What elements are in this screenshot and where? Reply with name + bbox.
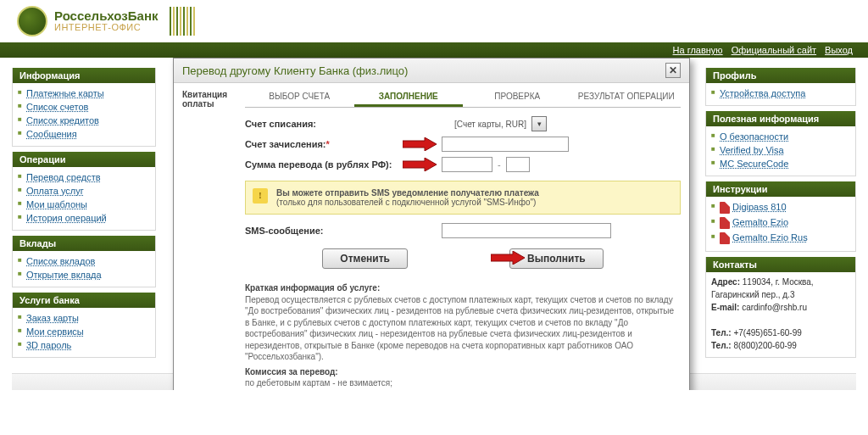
sms-notice-bold: Вы можете отправить SMS уведомление полу… (276, 188, 671, 198)
page-body: Информация Платежные карты Список счетов… (0, 58, 868, 373)
nav-exit[interactable]: Выход (825, 45, 853, 55)
sidebar-item-vbv[interactable]: Verified by Visa (720, 145, 784, 155)
svg-marker-1 (403, 158, 437, 171)
tel2-value: 8(800)200-60-99 (733, 341, 797, 350)
sidebar-item-mcsc[interactable]: MC SecureCode (720, 159, 788, 169)
close-icon: ✕ (669, 65, 677, 75)
nav-home[interactable]: На главную (673, 45, 723, 55)
right-hdr-useful: Полезная информация (706, 111, 855, 126)
info-title: Краткая информация об услуге: (245, 282, 681, 294)
sidebar-item-history[interactable]: История операций (26, 213, 107, 223)
svg-marker-2 (491, 251, 525, 265)
annotation-arrow-icon (491, 251, 525, 266)
sidebar-item-pay[interactable]: Оплата услуг (26, 186, 84, 196)
right-hdr-profile: Профиль (706, 68, 855, 83)
cancel-button[interactable]: Отменить (322, 248, 408, 269)
svg-marker-0 (403, 137, 437, 151)
sidebar-item-digipass[interactable]: Digipass 810 (732, 202, 787, 212)
annotation-arrow-icon (403, 137, 437, 151)
debit-account-value: [Счет карты, RUR] (442, 120, 526, 129)
dialog-titlebar: Перевод другому Клиенту Банка (физ.лицо)… (174, 59, 689, 83)
annotation-arrow-icon (403, 158, 437, 171)
transfer-dialog: Перевод другому Клиенту Банка (физ.лицо)… (173, 58, 690, 390)
debit-account-label: Счет списания: (245, 119, 398, 129)
sidebar-item-gemalto[interactable]: Gemalto Ezio (732, 217, 788, 227)
sms-message-label: SMS-сообщение: (245, 226, 398, 236)
tab-result[interactable]: РЕЗУЛЬТАТ ОПЕРАЦИИ (572, 88, 682, 107)
right-hdr-contacts: Контакты (706, 257, 855, 272)
sms-notice-sub: (только для пользователей с подключенной… (276, 198, 536, 207)
close-button[interactable]: ✕ (665, 63, 681, 78)
credit-account-label: Счет зачисления:* (245, 139, 398, 149)
top-nav: На главную Официальный сайт Выход (0, 42, 868, 58)
fee-credit: по кредитным картам - в соответствии с т… (245, 389, 681, 391)
left-sidebar: Информация Платежные карты Список счетов… (12, 68, 156, 363)
sidebar-item-cards[interactable]: Платежные карты (26, 88, 104, 98)
email-value: cardinfo@rshb.ru (742, 303, 807, 312)
sidebar-item-accounts[interactable]: Список счетов (26, 102, 88, 112)
credit-account-input[interactable] (442, 137, 569, 152)
tel-label-2: Тел.: (711, 341, 732, 350)
sidebar-item-security[interactable]: О безопасности (720, 131, 788, 142)
tel-label: Тел.: (711, 328, 732, 337)
left-hdr-services: Услуги банка (13, 293, 155, 308)
fee-debit: по дебетовым картам - не взимается; (245, 377, 681, 389)
bank-subline: ИНТЕРНЕТ-ОФИС (54, 23, 158, 33)
pdf-icon (720, 217, 730, 229)
receipt-label: Квитанция оплаты (182, 88, 238, 390)
header: РоссельхозБанк ИНТЕРНЕТ-ОФИС (0, 0, 868, 42)
sidebar-item-open-deposit[interactable]: Открытие вклада (26, 270, 102, 280)
sidebar-item-my-services[interactable]: Мои сервисы (26, 326, 84, 337)
sidebar-item-transfer[interactable]: Перевод средств (26, 172, 101, 182)
bank-logo: РоссельхозБанк ИНТЕРНЕТ-ОФИС (17, 6, 195, 36)
amount-label: Сумма перевода (в рублях РФ): (245, 159, 398, 170)
sidebar-item-order-card[interactable]: Заказ карты (26, 313, 79, 323)
debit-account-dropdown[interactable]: ▾ (531, 116, 547, 131)
contacts-block: Адрес: 119034, г. Москва, Гагаринский пе… (706, 272, 855, 357)
left-hdr-ops: Операции (13, 152, 155, 167)
service-info: Краткая информация об услуге: Перевод ос… (245, 282, 681, 390)
sidebar-item-gemalto-rus[interactable]: Gemalto Ezio Rus (732, 232, 808, 243)
chevron-down-icon: ▾ (537, 120, 542, 128)
bank-name: РоссельхозБанк (54, 9, 158, 23)
info-body: Перевод осуществляется с рублевых счетов… (245, 294, 681, 363)
sidebar-item-3d-password[interactable]: 3D пароль (26, 340, 71, 350)
sidebar-item-credits[interactable]: Список кредитов (26, 115, 99, 125)
nav-official-site[interactable]: Официальный сайт (732, 45, 816, 55)
fee-title: Комиссия за перевод: (245, 366, 681, 378)
right-sidebar: Профиль Устройства доступа Полезная инфо… (705, 68, 856, 363)
tab-check[interactable]: ПРОВЕРКА (463, 88, 572, 107)
dialog-title: Перевод другому Клиенту Банка (физ.лицо) (182, 64, 408, 77)
logo-stripes-icon (170, 7, 195, 36)
sidebar-item-deposit-list[interactable]: Список вкладов (26, 256, 95, 266)
dialog-tabs: ВЫБОР СЧЕТА ЗАПОЛНЕНИЕ ПРОВЕРКА РЕЗУЛЬТА… (245, 88, 681, 108)
amount-rub-input[interactable] (442, 157, 492, 172)
pdf-icon (720, 202, 730, 214)
email-label: E-mail: (711, 303, 739, 312)
tab-select-account[interactable]: ВЫБОР СЧЕТА (245, 88, 354, 107)
left-hdr-info: Информация (13, 68, 155, 83)
sms-message-input[interactable] (442, 223, 611, 238)
address-label: Адрес: (711, 277, 740, 287)
sms-notice: Вы можете отправить SMS уведомление полу… (245, 181, 681, 215)
tel1-value: +7(495)651-60-99 (733, 328, 801, 337)
pdf-icon (720, 232, 730, 244)
sidebar-item-messages[interactable]: Сообщения (26, 129, 77, 139)
sidebar-item-templates[interactable]: Мои шаблоны (26, 199, 87, 209)
right-hdr-instr: Инструкции (706, 181, 855, 197)
left-hdr-deposits: Вклады (13, 236, 155, 251)
tab-fill[interactable]: ЗАПОЛНЕНИЕ (354, 88, 464, 107)
sidebar-item-access-devices[interactable]: Устройства доступа (720, 88, 805, 98)
logo-emblem-icon (17, 6, 47, 36)
amount-kop-input[interactable] (506, 157, 530, 172)
